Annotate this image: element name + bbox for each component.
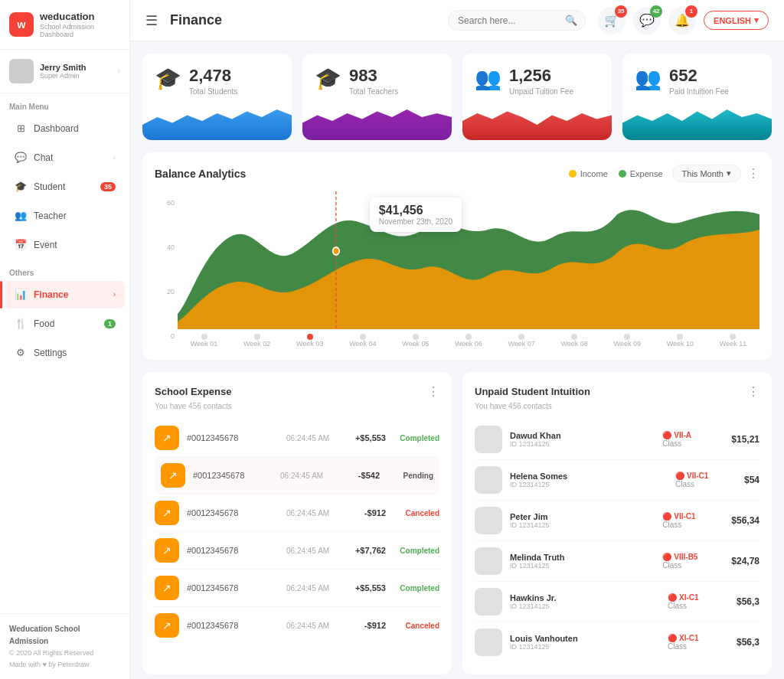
chart-more-icon[interactable]: ⋮ xyxy=(747,166,760,181)
search-input[interactable] xyxy=(458,15,565,26)
expense-title: School Expense xyxy=(155,386,421,397)
expense-item-6: ↗ #0012345678 06:24:45 AM -$912 Canceled xyxy=(155,607,439,644)
period-button[interactable]: This Month ▾ xyxy=(672,165,741,182)
event-icon: 📅 xyxy=(14,238,28,252)
shopping-badge: 35 xyxy=(615,5,627,18)
class-sub: Class xyxy=(662,561,724,570)
sidebar-item-settings[interactable]: ⚙ Settings xyxy=(5,339,125,367)
stat-card-unpaid: 👥 1,256 Unpaid Tuition Fee xyxy=(462,54,612,140)
unpaid-more-icon[interactable]: ⋮ xyxy=(747,384,760,399)
income-legend: Income xyxy=(569,169,608,178)
expense-item-1: ↗ #0012345678 06:24:45 AM +$5,553 Comple… xyxy=(155,419,439,457)
expense-arrow-icon: ↗ xyxy=(155,613,179,638)
unpaid-header: Unpaid Student Intuition ⋮ xyxy=(475,384,760,399)
sidebar-logo: w weducation School Admission Dashboard xyxy=(0,0,129,50)
chart-header: Balance Analytics Income Expense This Mo… xyxy=(155,165,760,182)
sidebar-item-food[interactable]: 🍴 Food 1 xyxy=(5,310,125,338)
students-number: 2,478 xyxy=(189,66,237,86)
class-sub: Class xyxy=(662,439,724,448)
expense-arrow-icon: ↗ xyxy=(161,463,185,488)
avatar xyxy=(9,59,34,83)
chat-icon: 💬 xyxy=(14,151,28,165)
dot-week11 xyxy=(730,334,736,340)
income-dot xyxy=(569,170,577,178)
header: ☰ Finance 🔍 🛒 35 💬 42 🔔 1 ENGLISH ▾ xyxy=(130,0,784,41)
class-badge: 🔴 VII-C1 xyxy=(675,472,737,480)
notification-btn[interactable]: 🔔 1 xyxy=(668,7,696,34)
class-badge: 🔴 VIII-B5 xyxy=(662,553,724,561)
food-icon: 🍴 xyxy=(14,317,28,331)
expense-dot xyxy=(619,170,626,178)
lang-chevron-icon: ▾ xyxy=(754,15,759,25)
logo-icon: w xyxy=(9,12,34,37)
label-week08: Week 08 xyxy=(548,340,601,348)
stat-card-students: 🎓 2,478 Total Students xyxy=(142,54,292,140)
student-amount: $15,21 xyxy=(731,434,760,445)
sidebar-user[interactable]: Jerry Smith Super Admin › xyxy=(0,50,129,93)
student-item-5: Hawkins Jr. ID 12314125 🔴 XI-C1 Class $5… xyxy=(475,582,760,622)
student-avatar xyxy=(475,466,502,494)
y-label-60: 60 xyxy=(167,199,175,207)
dot-week02 xyxy=(254,334,260,340)
label-week01: Week 01 xyxy=(178,340,230,348)
teachers-wave xyxy=(302,102,452,140)
sidebar-item-event[interactable]: 📅 Event xyxy=(5,231,125,259)
expense-status: Canceled xyxy=(394,622,439,630)
student-id: ID 12314125 xyxy=(510,521,655,529)
sidebar-item-label: Teacher xyxy=(34,211,116,221)
shopping-btn[interactable]: 🛒 35 xyxy=(598,7,626,34)
student-avatar xyxy=(475,588,502,615)
student-item-3: Peter Jim ID 12314125 🔴 VII-C1 Class $56… xyxy=(475,501,760,541)
search-box: 🔍 xyxy=(448,10,586,31)
student-avatar xyxy=(475,426,502,453)
period-chevron-icon: ▾ xyxy=(727,168,731,178)
balance-analytics-card: Balance Analytics Income Expense This Mo… xyxy=(142,152,772,360)
expense-time: 06:24:45 AM xyxy=(286,622,340,630)
paid-wave xyxy=(622,102,772,140)
sidebar-item-dashboard[interactable]: ⊞ Dashboard xyxy=(5,115,125,142)
logo-sub: School Admission Dashboard xyxy=(40,23,120,38)
chart-title: Balance Analytics xyxy=(155,168,569,180)
unpaid-wave xyxy=(462,102,612,140)
student-item-6: Louis Vanhouten ID 12314125 🔴 XI-C1 Clas… xyxy=(475,622,760,662)
main-menu-label: Main Menu xyxy=(0,93,129,114)
lang-label: ENGLISH xyxy=(714,16,751,25)
user-role: Super Admin xyxy=(40,72,118,80)
sidebar-item-finance[interactable]: 📊 Finance › xyxy=(5,281,125,308)
message-btn[interactable]: 💬 42 xyxy=(633,7,661,34)
sidebar-item-teacher[interactable]: 👥 Teacher xyxy=(5,202,125,230)
main-content: ☰ Finance 🔍 🛒 35 💬 42 🔔 1 ENGLISH ▾ xyxy=(130,0,784,679)
student-name: Helena Somes xyxy=(510,472,668,481)
sidebar-item-label: Food xyxy=(34,318,104,329)
label-week09: Week 09 xyxy=(601,340,654,348)
student-name: Melinda Truth xyxy=(510,553,655,562)
expense-amount: +$5,553 xyxy=(348,583,386,592)
class-badge: 🔴 VII-A xyxy=(662,431,724,439)
sidebar-item-chat[interactable]: 💬 Chat › xyxy=(5,144,125,171)
expense-status: Completed xyxy=(394,547,439,555)
student-name: Dawud Khan xyxy=(510,431,655,440)
income-label: Income xyxy=(580,169,608,178)
student-amount: $56,34 xyxy=(731,515,760,526)
expense-subtitle: You have 456 contacts xyxy=(155,402,439,410)
chevron-down-icon: › xyxy=(118,67,120,75)
student-amount: $56,3 xyxy=(737,637,760,648)
student-id: ID 12314125 xyxy=(510,440,655,448)
expense-arrow-icon: ↗ xyxy=(155,426,179,450)
dot-week04 xyxy=(360,334,366,340)
expense-label: Expense xyxy=(630,169,663,178)
class-sub: Class xyxy=(675,480,737,488)
expense-id: #0012345678 xyxy=(193,471,273,480)
hamburger-icon[interactable]: ☰ xyxy=(145,12,158,29)
class-badge: 🔴 XI-C1 xyxy=(668,593,729,602)
student-icon: 🎓 xyxy=(14,180,28,194)
dot-week06 xyxy=(466,334,472,340)
sidebar-item-student[interactable]: 🎓 Student 35 xyxy=(5,173,125,201)
student-id: ID 12314125 xyxy=(510,602,660,610)
student-name: Peter Jim xyxy=(510,512,655,521)
language-button[interactable]: ENGLISH ▾ xyxy=(704,11,769,30)
teachers-label: Total Teachers xyxy=(349,87,398,96)
student-item-2: Helena Somes ID 12314125 🔴 VII-C1 Class … xyxy=(475,460,760,501)
expense-more-icon[interactable]: ⋮ xyxy=(427,384,439,399)
footer-brand: Weducation School Admission xyxy=(9,623,120,648)
